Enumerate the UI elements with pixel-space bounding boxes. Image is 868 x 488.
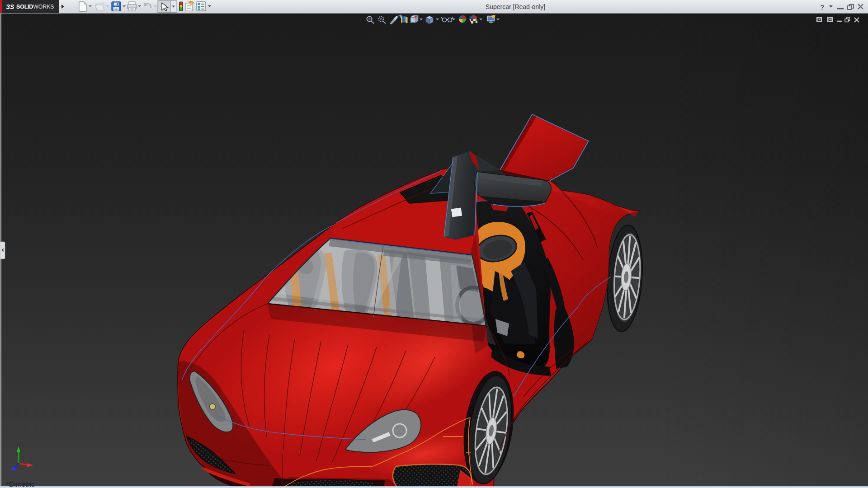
svg-text:Supercar [Read-only]: Supercar [Read-only] [486,3,545,10]
svg-text:ЗS: ЗS [6,3,14,10]
svg-text:SOLIDWORKS: SOLIDWORKS [16,4,54,10]
svg-text:?: ? [820,3,824,11]
svg-text:*Dimetric: *Dimetric [6,480,35,488]
